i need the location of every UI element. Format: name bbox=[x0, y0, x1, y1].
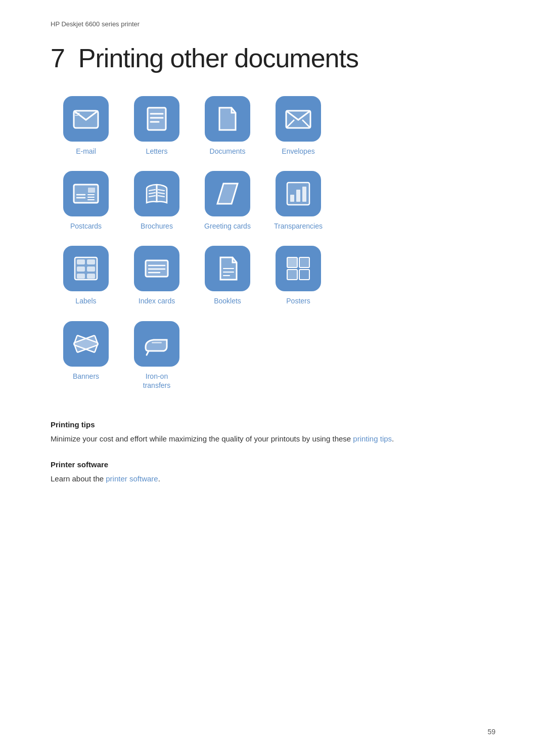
icon-row-2: Postcards Brochures bbox=[51, 171, 495, 231]
documents-label[interactable]: Documents bbox=[210, 147, 246, 156]
item-booklets[interactable]: Booklets bbox=[192, 246, 263, 305]
email-label[interactable]: E-mail bbox=[76, 147, 96, 156]
item-index-cards[interactable]: Index cards bbox=[121, 246, 192, 305]
posters-label[interactable]: Posters bbox=[286, 296, 310, 305]
page-title: 7 Printing other documents bbox=[51, 43, 495, 73]
svg-rect-43 bbox=[287, 257, 297, 268]
posters-icon-box bbox=[276, 246, 321, 291]
documents-icon-box bbox=[205, 96, 250, 142]
icon-grid: E-mail Letters Documents bbox=[51, 96, 495, 405]
svg-rect-32 bbox=[77, 266, 85, 272]
envelopes-label[interactable]: Envelopes bbox=[282, 147, 314, 156]
page-number: 59 bbox=[487, 728, 495, 736]
greeting-cards-label[interactable]: Greeting cards bbox=[204, 221, 251, 231]
svg-rect-3 bbox=[75, 115, 78, 116]
item-transparencies[interactable]: Transparencies bbox=[263, 171, 334, 231]
printing-tips-link[interactable]: printing tips bbox=[353, 434, 392, 443]
greeting-cards-icon-box bbox=[205, 171, 250, 216]
svg-rect-33 bbox=[87, 266, 95, 272]
svg-rect-28 bbox=[302, 187, 306, 202]
transparencies-icon-box bbox=[276, 171, 321, 216]
svg-rect-35 bbox=[87, 274, 95, 279]
item-brochures[interactable]: Brochures bbox=[121, 171, 192, 231]
svg-rect-34 bbox=[77, 274, 85, 279]
banners-icon-box bbox=[63, 321, 109, 367]
item-postcards[interactable]: Postcards bbox=[51, 171, 121, 231]
svg-rect-45 bbox=[287, 270, 297, 280]
svg-rect-26 bbox=[290, 195, 294, 202]
labels-label[interactable]: Labels bbox=[75, 296, 96, 305]
svg-rect-44 bbox=[299, 257, 309, 268]
svg-rect-4 bbox=[148, 108, 166, 130]
item-iron-on[interactable]: Iron-on transfers bbox=[121, 321, 192, 390]
email-icon-box bbox=[63, 96, 109, 142]
iron-on-label[interactable]: Iron-on transfers bbox=[143, 372, 170, 390]
item-posters[interactable]: Posters bbox=[263, 246, 334, 305]
printer-software-link[interactable]: printer software bbox=[106, 474, 158, 483]
postcards-label[interactable]: Postcards bbox=[70, 221, 102, 231]
icon-row-1: E-mail Letters Documents bbox=[51, 96, 495, 156]
svg-rect-27 bbox=[296, 190, 300, 202]
brochures-label[interactable]: Brochures bbox=[141, 221, 173, 231]
booklets-label[interactable]: Booklets bbox=[214, 296, 241, 305]
header-label: HP Deskjet 6600 series printer bbox=[51, 20, 495, 28]
item-banners[interactable]: Banners bbox=[51, 321, 121, 381]
booklets-icon-box bbox=[205, 246, 250, 291]
envelopes-icon-box bbox=[276, 96, 321, 142]
brochures-icon-box bbox=[134, 171, 179, 216]
item-documents[interactable]: Documents bbox=[192, 96, 263, 156]
svg-rect-46 bbox=[299, 270, 309, 280]
printing-tips-heading: Printing tips bbox=[51, 420, 495, 429]
postcards-icon-box bbox=[63, 171, 109, 216]
index-cards-icon-box bbox=[134, 246, 179, 291]
svg-rect-49 bbox=[152, 342, 162, 343]
item-letters[interactable]: Letters bbox=[121, 96, 192, 156]
printer-software-heading: Printer software bbox=[51, 460, 495, 469]
item-greeting-cards[interactable]: Greeting cards bbox=[192, 171, 263, 231]
printer-software-text: Learn about the printer software. bbox=[51, 473, 495, 485]
item-envelopes[interactable]: Envelopes bbox=[263, 96, 334, 156]
labels-icon-box bbox=[63, 246, 109, 291]
printing-tips-text: Minimize your cost and effort while maxi… bbox=[51, 433, 495, 445]
index-cards-label[interactable]: Index cards bbox=[139, 296, 175, 305]
svg-rect-2 bbox=[75, 113, 80, 114]
icon-row-3: Labels Index cards bbox=[51, 246, 495, 305]
banners-label[interactable]: Banners bbox=[73, 372, 99, 381]
svg-rect-30 bbox=[77, 259, 85, 264]
transparencies-label[interactable]: Transparencies bbox=[274, 221, 323, 231]
svg-rect-12 bbox=[88, 188, 95, 193]
icon-row-4: Banners Iron-on transfers bbox=[51, 321, 495, 390]
letters-icon-box bbox=[134, 96, 179, 142]
item-labels[interactable]: Labels bbox=[51, 246, 121, 305]
letters-label[interactable]: Letters bbox=[146, 147, 168, 156]
svg-rect-31 bbox=[87, 259, 95, 264]
iron-on-icon-box bbox=[134, 321, 179, 367]
item-email[interactable]: E-mail bbox=[51, 96, 121, 156]
